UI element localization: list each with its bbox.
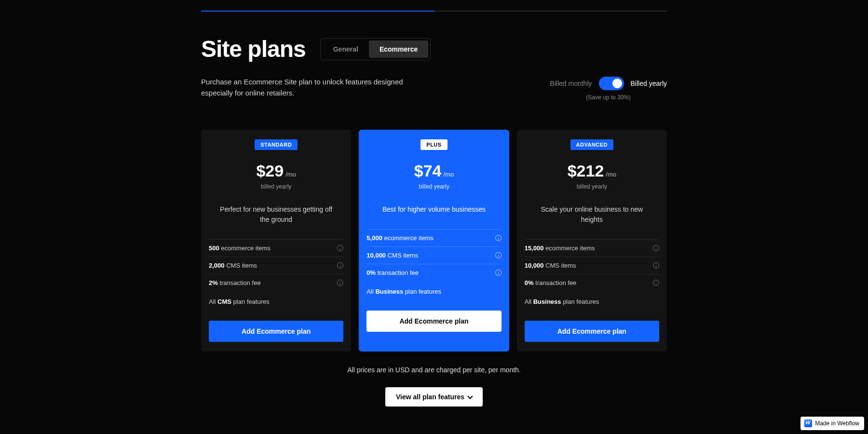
feature-row: 0% transaction feei: [525, 274, 659, 291]
feature-label: 15,000 ecommerce items: [525, 244, 595, 252]
info-icon[interactable]: i: [337, 280, 343, 286]
feature-list: 15,000 ecommerce itemsi10,000 CMS itemsi…: [525, 239, 659, 310]
page-title: Site plans: [201, 36, 306, 62]
price: $212: [568, 162, 604, 180]
pricing-footnote: All prices are in USD and are charged pe…: [201, 366, 667, 374]
tab-ecommerce[interactable]: Ecommerce: [369, 41, 428, 58]
feature-label: All CMS plan features: [209, 298, 270, 305]
feature-row: All CMS plan features: [209, 291, 343, 310]
feature-row: 2,000 CMS itemsi: [209, 257, 343, 274]
feature-row: 0% transaction feei: [366, 264, 501, 281]
price-row: $212/mo: [525, 162, 659, 180]
feature-row: 10,000 CMS itemsi: [366, 246, 501, 264]
chevron-down-icon: [467, 393, 473, 399]
webflow-logo-icon: [804, 420, 812, 427]
price-row: $29/mo: [209, 162, 343, 180]
feature-label: 0% transaction fee: [366, 269, 419, 276]
view-all-label: View all plan features: [396, 393, 464, 401]
info-icon[interactable]: i: [653, 245, 659, 251]
feature-label: 5,000 ecommerce items: [366, 234, 434, 242]
feature-row: All Business plan features: [366, 281, 501, 300]
plan-card-advanced: ADVANCED$212/mobilled yearlyScale your o…: [517, 130, 667, 352]
tab-general[interactable]: General: [323, 41, 369, 58]
feature-label: 10,000 CMS items: [525, 262, 576, 269]
feature-label: 0% transaction fee: [525, 279, 577, 286]
plan-tagline: Best for higher volume businesses: [376, 204, 492, 215]
billed-label: billed yearly: [525, 183, 659, 190]
made-in-webflow-badge[interactable]: Made in Webflow: [800, 417, 864, 430]
info-icon[interactable]: i: [495, 235, 502, 241]
feature-row: 500 ecommerce itemsi: [209, 239, 343, 257]
plan-card-plus: PLUS$74/mobilled yearlyBest for higher v…: [359, 130, 509, 352]
billed-label: billed yearly: [209, 183, 343, 190]
feature-label: All Business plan features: [525, 298, 599, 305]
feature-row: 10,000 CMS itemsi: [525, 257, 659, 274]
plan-description: Purchase an Ecommerce Site plan to unloc…: [201, 77, 404, 98]
billed-yearly-label: Billed yearly: [631, 80, 667, 87]
add-plan-button[interactable]: Add Ecommerce plan: [366, 311, 501, 332]
feature-row: 2% transaction feei: [209, 274, 343, 291]
price-per: /mo: [285, 171, 296, 178]
info-icon[interactable]: i: [337, 245, 343, 251]
billing-toggle[interactable]: [599, 77, 624, 90]
info-icon[interactable]: i: [495, 270, 502, 276]
price: $74: [414, 162, 442, 180]
info-icon[interactable]: i: [653, 280, 659, 286]
view-all-features-button[interactable]: View all plan features: [385, 387, 483, 407]
feature-label: 2,000 CMS items: [209, 262, 257, 269]
price-row: $74/mo: [366, 162, 501, 180]
price-per: /mo: [444, 171, 454, 178]
plan-tagline: Scale your online business to new height…: [534, 204, 650, 225]
billed-monthly-label: Billed monthly: [550, 80, 592, 87]
feature-label: 10,000 CMS items: [366, 252, 418, 259]
feature-label: 2% transaction fee: [209, 279, 261, 286]
price-per: /mo: [606, 171, 616, 178]
plan-card-standard: STANDARD$29/mobilled yearlyPerfect for n…: [201, 130, 351, 352]
plan-tagline: Perfect for new businesses getting off t…: [218, 204, 334, 225]
feature-row: 15,000 ecommerce itemsi: [525, 239, 659, 257]
plan-badge: PLUS: [420, 139, 447, 150]
info-icon[interactable]: i: [495, 252, 502, 258]
info-icon[interactable]: i: [337, 262, 343, 269]
feature-label: 500 ecommerce items: [209, 244, 271, 252]
add-plan-button[interactable]: Add Ecommerce plan: [525, 321, 659, 342]
plan-badge: STANDARD: [255, 139, 298, 150]
add-plan-button[interactable]: Add Ecommerce plan: [209, 321, 343, 342]
plans-row: STANDARD$29/mobilled yearlyPerfect for n…: [201, 130, 667, 352]
info-icon[interactable]: i: [653, 262, 659, 269]
billed-label: billed yearly: [366, 183, 501, 190]
price: $29: [256, 162, 284, 180]
main-tab-underline: [201, 11, 667, 12]
feature-list: 5,000 ecommerce itemsi10,000 CMS itemsi0…: [366, 229, 501, 300]
feature-row: 5,000 ecommerce itemsi: [366, 229, 501, 246]
plan-badge: ADVANCED: [570, 139, 614, 150]
feature-row: All Business plan features: [525, 291, 659, 310]
webflow-badge-label: Made in Webflow: [815, 420, 859, 427]
plan-type-tabs: General Ecommerce: [320, 38, 431, 60]
save-note: (Save up to 30%): [550, 94, 667, 101]
feature-list: 500 ecommerce itemsi2,000 CMS itemsi2% t…: [209, 239, 343, 310]
feature-label: All Business plan features: [366, 288, 441, 295]
